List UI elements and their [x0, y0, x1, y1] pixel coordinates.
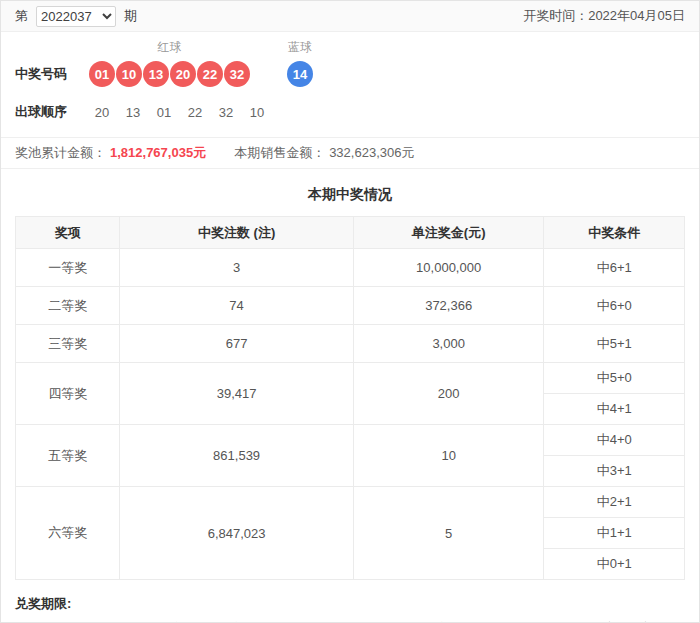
order-number: 10 — [244, 105, 270, 120]
column-header: 单注奖金(元) — [353, 217, 544, 249]
count-cell: 861,539 — [120, 425, 353, 487]
prize-name-cell: 六等奖 — [16, 487, 120, 580]
condition-cell: 中1+1 — [544, 518, 685, 549]
column-header: 中奖注数 (注) — [120, 217, 353, 249]
red-ball: 20 — [170, 61, 196, 87]
winning-numbers-section: 红球 蓝球 中奖号码 011013202232 14 出球顺序 20130122… — [1, 32, 699, 137]
redemption-note: 兑奖期限: 双色球兑奖当期有效。中奖者应当自开奖之日起60个自然日内，持中奖彩票… — [1, 580, 699, 623]
table-header-row: 奖项中奖注数 (注)单注奖金(元)中奖条件 — [16, 217, 685, 249]
table-body: 一等奖310,000,000中6+1二等奖74372,366中6+0三等奖677… — [16, 249, 685, 580]
count-cell: 74 — [120, 287, 353, 325]
red-ball: 22 — [197, 61, 223, 87]
table-row: 二等奖74372,366中6+0 — [16, 287, 685, 325]
table-row: 三等奖6773,000中5+1 — [16, 325, 685, 363]
condition-cell: 中6+0 — [544, 287, 685, 325]
lottery-results-panel: 第 2022037 期 开奖时间：2022年04月05日 红球 蓝球 中奖号码 … — [0, 0, 700, 623]
order-number: 32 — [213, 105, 239, 120]
condition-cell: 中5+1 — [544, 325, 685, 363]
table-row: 五等奖861,53910中4+0 — [16, 425, 685, 456]
table-row: 六等奖6,847,0235中2+1 — [16, 487, 685, 518]
prize-name-cell: 三等奖 — [16, 325, 120, 363]
column-header: 中奖条件 — [544, 217, 685, 249]
condition-cell: 中0+1 — [544, 549, 685, 580]
order-number: 13 — [120, 105, 146, 120]
count-cell: 677 — [120, 325, 353, 363]
condition-cell: 中4+1 — [544, 394, 685, 425]
order-number: 22 — [182, 105, 208, 120]
amount-cell: 10 — [353, 425, 544, 487]
prize-name-cell: 二等奖 — [16, 287, 120, 325]
draw-time-label: 开奖时间： — [523, 8, 588, 23]
period-suffix: 期 — [124, 7, 137, 25]
prize-name-cell: 一等奖 — [16, 249, 120, 287]
blue-ball-group-label: 蓝球 — [287, 39, 313, 56]
blue-ball: 14 — [287, 61, 313, 87]
prize-name-cell: 四等奖 — [16, 363, 120, 425]
condition-cell: 中2+1 — [544, 487, 685, 518]
red-ball: 10 — [116, 61, 142, 87]
jackpot-value: 1,812,767,035元 — [110, 144, 206, 162]
amount-cell: 372,366 — [353, 287, 544, 325]
order-numbers: 201301223210 — [89, 105, 270, 120]
red-ball: 32 — [224, 61, 250, 87]
table-title: 本期中奖情况 — [1, 186, 699, 204]
prize-pool-bar: 奖池累计金额： 1,812,767,035元 本期销售金额： 332,623,3… — [1, 137, 699, 169]
condition-cell: 中4+0 — [544, 425, 685, 456]
sales-value: 332,623,306元 — [329, 144, 414, 162]
prize-name-cell: 五等奖 — [16, 425, 120, 487]
count-cell: 3 — [120, 249, 353, 287]
condition-cell: 中5+0 — [544, 363, 685, 394]
amount-cell: 5 — [353, 487, 544, 580]
amount-cell: 10,000,000 — [353, 249, 544, 287]
table-row: 四等奖39,417200中5+0 — [16, 363, 685, 394]
amount-cell: 3,000 — [353, 325, 544, 363]
count-cell: 39,417 — [120, 363, 353, 425]
order-number: 01 — [151, 105, 177, 120]
period-select[interactable]: 2022037 — [36, 6, 116, 27]
table-row: 一等奖310,000,000中6+1 — [16, 249, 685, 287]
period-prefix: 第 — [15, 7, 28, 25]
redemption-note-text: 双色球兑奖当期有效。中奖者应当自开奖之日起60个自然日内，持中奖彩票到指定的地点… — [15, 619, 685, 623]
redemption-note-title: 兑奖期限: — [15, 595, 685, 613]
winning-numbers-label: 中奖号码 — [15, 65, 89, 83]
condition-cell: 中6+1 — [544, 249, 685, 287]
top-bar: 第 2022037 期 开奖时间：2022年04月05日 — [1, 1, 699, 32]
red-ball-group-label: 红球 — [89, 39, 250, 56]
red-ball: 13 — [143, 61, 169, 87]
red-balls: 011013202232 — [89, 61, 250, 87]
order-number: 20 — [89, 105, 115, 120]
red-ball: 01 — [89, 61, 115, 87]
sales-label: 本期销售金额： — [234, 144, 325, 162]
order-label: 出球顺序 — [15, 103, 89, 121]
jackpot-label: 奖池累计金额： — [15, 144, 106, 162]
prize-table: 奖项中奖注数 (注)单注奖金(元)中奖条件 一等奖310,000,000中6+1… — [15, 216, 685, 580]
column-header: 奖项 — [16, 217, 120, 249]
draw-time-value: 2022年04月05日 — [588, 8, 685, 23]
count-cell: 6,847,023 — [120, 487, 353, 580]
amount-cell: 200 — [353, 363, 544, 425]
condition-cell: 中3+1 — [544, 456, 685, 487]
